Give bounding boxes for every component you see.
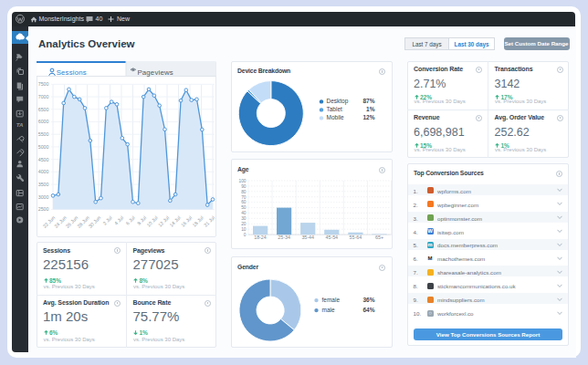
svg-text:2 Jul: 2 Jul (102, 214, 113, 225)
svg-text:18 Jul: 18 Jul (191, 214, 204, 227)
svg-text:6000: 6000 (38, 119, 49, 124)
svg-text:Tablet: Tablet (326, 106, 342, 112)
svg-text:45-54: 45-54 (325, 235, 338, 240)
svg-text:35-44: 35-44 (301, 235, 314, 240)
svg-text:90: 90 (241, 183, 247, 188)
svg-text:12 Jul: 12 Jul (157, 214, 170, 227)
svg-text:Desktop: Desktop (326, 98, 348, 105)
svg-text:18-24: 18-24 (254, 235, 267, 240)
svg-text:64%: 64% (362, 307, 374, 313)
svg-text:87%: 87% (362, 98, 374, 104)
svg-text:female: female (321, 297, 340, 303)
svg-text:12%: 12% (362, 114, 374, 120)
svg-text:6500: 6500 (38, 106, 49, 111)
svg-text:36%: 36% (362, 297, 374, 303)
svg-text:20: 20 (241, 222, 247, 226)
svg-text:4 Jul: 4 Jul (113, 214, 124, 225)
svg-text:6 Jul: 6 Jul (125, 214, 136, 225)
svg-text:10: 10 (241, 226, 247, 231)
svg-text:25-34: 25-34 (278, 235, 290, 240)
svg-text:60: 60 (241, 200, 247, 204)
svg-text:30 Jun: 30 Jun (88, 214, 102, 229)
svg-text:55-64: 55-64 (349, 235, 362, 240)
svg-text:14 Jul: 14 Jul (168, 214, 181, 227)
svg-text:male: male (321, 307, 334, 313)
svg-text:MonsterInsights: MonsterInsights (39, 16, 85, 23)
svg-text:0: 0 (243, 232, 246, 236)
svg-text:80: 80 (241, 189, 247, 193)
svg-text:Mobile: Mobile (326, 114, 344, 120)
svg-text:2500: 2500 (38, 206, 49, 212)
svg-text:16 Jul: 16 Jul (180, 214, 193, 227)
svg-text:3500: 3500 (38, 182, 49, 187)
svg-text:4000: 4000 (38, 169, 49, 174)
svg-text:5000: 5000 (38, 143, 49, 149)
svg-text:4500: 4500 (38, 156, 49, 162)
svg-text:50: 50 (241, 205, 247, 210)
svg-text:100: 100 (238, 178, 246, 182)
svg-text:40: 40 (241, 211, 247, 215)
svg-text:1%: 1% (366, 106, 375, 112)
svg-text:70: 70 (241, 194, 247, 199)
svg-text:30: 30 (241, 216, 247, 221)
svg-text:5500: 5500 (38, 131, 49, 137)
svg-text:40: 40 (96, 16, 103, 22)
svg-text:7000: 7000 (38, 94, 49, 99)
svg-text:3000: 3000 (38, 193, 49, 199)
svg-text:TA: TA (16, 121, 24, 128)
svg-text:10 Jul: 10 Jul (145, 214, 158, 227)
svg-text:New: New (117, 16, 131, 22)
svg-text:7500: 7500 (38, 81, 49, 87)
svg-text:21 Jul: 21 Jul (203, 214, 215, 227)
svg-text:65+: 65+ (375, 235, 383, 240)
